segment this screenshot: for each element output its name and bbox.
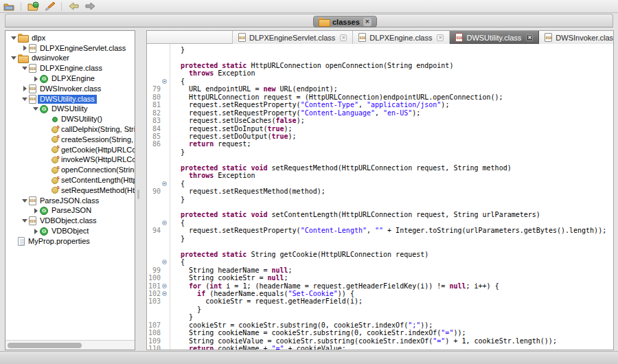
class-file-icon — [29, 216, 36, 225]
tree-item-label: invokeWS(HttpURLConn — [59, 155, 135, 164]
code-line: } — [147, 46, 613, 54]
tree-item-parsejson-class[interactable]: ParseJSON.class — [5, 196, 135, 206]
tree-item-vdbobject[interactable]: GVDBObject — [5, 226, 135, 236]
editor-tab-dlpxengine-class[interactable]: DLPXEngine.class✕ — [353, 31, 450, 44]
code-text: String cookieName = cookieStr.substring(… — [172, 329, 466, 337]
tree-item-dlpxengine[interactable]: GDLPXEngine — [5, 73, 135, 84]
tree-item-label: ParseJSON.class — [38, 196, 101, 205]
back-arrow-icon[interactable] — [67, 1, 80, 12]
tree-item-getcookie-httpurlcon[interactable]: getCookie(HttpURLCon — [5, 145, 135, 155]
expand-arrow-icon[interactable] — [10, 36, 18, 40]
fold-collapse-icon[interactable] — [162, 291, 167, 296]
tree-item-dwsutility[interactable]: GDWSUtility — [5, 104, 135, 115]
code-line: } — [147, 313, 613, 321]
tree-item-invokews-httpurlconn[interactable]: invokeWS(HttpURLConn — [5, 155, 135, 166]
code-line — [147, 203, 613, 212]
tree-item-label: DLPXEngine.class — [38, 64, 104, 73]
tree-item-label: setContentLength(Http — [59, 176, 135, 185]
code-text: } — [172, 235, 185, 242]
code-text: request.setRequestProperty("Content-Type… — [172, 101, 449, 109]
tree-item-label: DWSUtility.class — [38, 95, 97, 104]
code-line: throws Exception — [147, 172, 613, 180]
tree-item-dwsutility-class[interactable]: DWSUtility.class — [5, 94, 135, 104]
open-archive-icon[interactable] — [27, 1, 39, 12]
tree-item-createsession-string-st[interactable]: createSession(String, St — [5, 135, 135, 145]
line-number: 103 — [147, 297, 161, 305]
tree-horizontal-scrollbar[interactable] — [5, 340, 135, 350]
tree-item-label: DWSInvoker.class — [38, 84, 103, 93]
fold-collapse-icon[interactable] — [162, 284, 167, 288]
code-area[interactable]: } protected static HttpURLConnection ope… — [147, 44, 613, 350]
close-icon[interactable]: ✕ — [340, 34, 347, 41]
code-text: } — [172, 46, 185, 54]
fold-collapse-icon[interactable] — [162, 220, 167, 225]
close-icon[interactable]: ✕ — [526, 34, 533, 41]
fold-collapse-icon[interactable] — [162, 260, 167, 264]
expand-arrow-icon[interactable] — [21, 219, 29, 223]
code-text: { — [172, 78, 185, 85]
fold-collapse-icon[interactable] — [162, 79, 167, 84]
tree-item-dlpx[interactable]: dlpx — [5, 33, 135, 43]
close-icon[interactable]: ✕ — [437, 34, 444, 41]
tree-item-openconnection-string-[interactable]: openConnection(String) — [5, 165, 135, 175]
tree-item-myprop-properties[interactable]: MyProp.properties — [5, 236, 135, 247]
line-number: 101 — [147, 282, 161, 290]
expand-arrow-icon[interactable] — [21, 199, 29, 203]
tree-item-setcontentlength-http[interactable]: setContentLength(Http — [5, 175, 135, 185]
code-line: { — [147, 180, 613, 188]
close-icon[interactable]: ✕ — [363, 18, 371, 26]
class-tree[interactable]: dlpxDLPXEngineServlet.classdwsinvokerDLP… — [5, 33, 135, 339]
expand-arrow-icon[interactable] — [32, 76, 40, 82]
splitter-handle[interactable] — [137, 190, 139, 199]
line-number: 107 — [147, 321, 161, 329]
tree-item-label: dlpx — [30, 34, 47, 43]
scrollbar-thumb[interactable] — [8, 343, 82, 348]
code-text: protected static HttpURLConnection openC… — [172, 62, 453, 69]
expand-arrow-icon[interactable] — [21, 98, 29, 101]
code-text: return request; — [172, 140, 251, 148]
window-tab-classes[interactable]: classes ✕ — [313, 16, 377, 27]
line-number: 102 — [147, 290, 161, 297]
tree-item-dwsinvoker-class[interactable]: DWSInvoker.class — [5, 84, 135, 94]
paint-brush-icon[interactable] — [43, 1, 56, 12]
expand-arrow-icon[interactable] — [32, 229, 40, 234]
tree-item-label: setRequestMethod(Http — [59, 186, 135, 195]
tree-item-label: getCookie(HttpURLCon — [59, 146, 135, 155]
tree-item-dlpxengineservlet-class[interactable]: DLPXEngineServlet.class — [5, 43, 135, 54]
code-text: String headerName = null; — [172, 266, 293, 274]
expand-arrow-icon[interactable] — [21, 86, 29, 91]
code-line: throws Exception — [147, 69, 613, 78]
code-text: String cookieStr = null; — [172, 274, 288, 282]
tree-item-label: callDelphix(String, Strin — [59, 125, 135, 134]
editor-tab-dlpxengineservlet-class[interactable]: DLPXEngineServlet.class✕ — [232, 31, 353, 44]
folder-icon — [18, 54, 28, 62]
tree-item-dwsutility-[interactable]: DWSUtility() — [5, 114, 135, 124]
class-green-icon: G — [40, 227, 48, 236]
editor-tab-label: DLPXEngine.class — [369, 34, 432, 42]
class-file-icon — [29, 95, 36, 104]
class-file-icon — [545, 33, 552, 42]
expand-arrow-icon[interactable] — [32, 107, 40, 111]
forward-arrow-icon[interactable] — [84, 1, 96, 12]
fold-collapse-icon[interactable] — [162, 181, 167, 186]
tree-item-dwsinvoker[interactable]: dwsinvoker — [5, 54, 135, 64]
expand-arrow-icon[interactable] — [10, 56, 18, 60]
open-folder-icon[interactable] — [3, 1, 15, 12]
editor-pane: DLPXEngineServlet.class✕DLPXEngine.class… — [146, 30, 614, 350]
editor-tab-dwsutility-class[interactable]: DWSUtility.class✕ — [450, 31, 539, 44]
tree-item-parsejson[interactable]: GParseJSON — [5, 206, 135, 216]
tree-item-dlpxengine-class[interactable]: DLPXEngine.class — [5, 63, 135, 73]
class-file-icon — [455, 33, 463, 42]
tree-item-vdbobject-class[interactable]: VDBObject.class — [5, 216, 135, 226]
tree-item-setrequestmethod-http[interactable]: setRequestMethod(Http — [5, 185, 135, 196]
expand-arrow-icon[interactable] — [21, 45, 29, 51]
code-line — [147, 242, 613, 251]
tree-item-calldelphix-string-strin[interactable]: callDelphix(String, Strin — [5, 124, 135, 135]
editor-tab-dwsinvoker-class[interactable]: DWSInvoker.class✕ — [539, 31, 614, 44]
expand-arrow-icon[interactable] — [21, 67, 29, 70]
expand-arrow-icon[interactable] — [32, 208, 40, 214]
code-line: 90 request.setRequestMethod(method); — [147, 187, 613, 196]
editor-tab-label: DLPXEngineServlet.class — [249, 34, 335, 42]
tree-item-label: ParseJSON — [49, 206, 93, 215]
code-line — [147, 54, 613, 62]
